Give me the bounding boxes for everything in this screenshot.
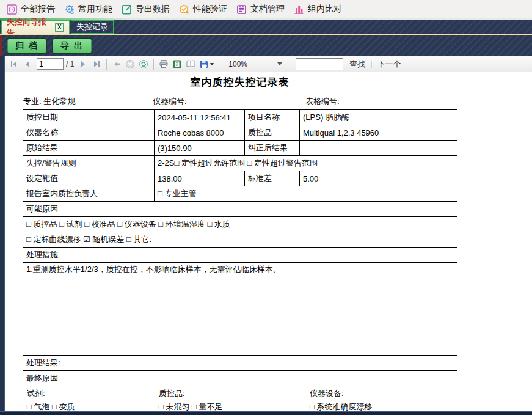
table-row: 仪器名称 Roche cobas 8000 质控品 Multiqual 1,2,… bbox=[23, 125, 457, 141]
possible-cause-checkboxes: □ 质控品 □ 试剂 □ 校准品 □ 仪器设备 □ 环境温湿度 □ 水质 bbox=[23, 217, 457, 232]
report-clock-icon bbox=[6, 4, 18, 15]
export-save-button[interactable] bbox=[197, 57, 216, 71]
table-row: 报告室内质控负责人 □ 专业主管 bbox=[23, 186, 457, 202]
handling-measures-cell: 1.重测质控水平1/2/3，质控在控，不影响临床样本，无需评估临床样本。 bbox=[23, 263, 457, 356]
page-setup-button[interactable] bbox=[184, 57, 197, 71]
page-count-label: / 1 bbox=[66, 60, 74, 68]
table-row: □ 质控品 □ 试剂 □ 校准品 □ 仪器设备 □ 环境温湿度 □ 水质 bbox=[23, 217, 457, 232]
find-next-button[interactable]: 下一个 bbox=[377, 59, 401, 70]
table-cell: 报告室内质控负责人 bbox=[23, 186, 155, 202]
table-cell: Multiqual 1,2,3 45960 bbox=[300, 125, 457, 141]
possible-cause-checkboxes: □ 定标曲线漂移 ☑ 随机误差 □ 其它: bbox=[23, 232, 457, 248]
export-icon bbox=[121, 4, 133, 15]
zoom-select[interactable]: 100% bbox=[226, 58, 285, 70]
toolbar-separator bbox=[153, 59, 154, 70]
report-title: 室内质控失控记录表 bbox=[23, 75, 457, 89]
find-input[interactable] bbox=[296, 58, 343, 70]
table-cell: 处理措施 bbox=[23, 248, 457, 263]
table-row: 最终原因 bbox=[23, 371, 457, 386]
close-icon[interactable]: X bbox=[55, 23, 64, 32]
table-row: 设定靶值 138.00 标准差 5.00 bbox=[23, 171, 457, 186]
menu-item-all-reports[interactable]: 全部报告 bbox=[4, 2, 60, 17]
table-cell: (LPS) 脂肪酶 bbox=[300, 110, 457, 125]
meta-instrument-no: 仪器编号: bbox=[153, 96, 187, 107]
table-row: 处理措施 bbox=[23, 248, 457, 263]
table-cell: Roche cobas 8000 bbox=[155, 125, 245, 141]
table-row: □ 定标曲线漂移 ☑ 随机误差 □ 其它: bbox=[23, 232, 457, 248]
window-edge bbox=[0, 35, 2, 56]
table-cell: 项目名称 bbox=[245, 110, 300, 125]
find-button[interactable]: 查找 bbox=[349, 59, 365, 70]
last-page-button[interactable] bbox=[90, 57, 103, 71]
table-cell: 原始结果 bbox=[23, 141, 155, 156]
viewer-left-edge bbox=[0, 56, 5, 415]
menu-item-document-management[interactable]: 文档管理 bbox=[233, 2, 290, 17]
menu-item-label: 文档管理 bbox=[250, 4, 285, 15]
toolbar-separator bbox=[106, 59, 107, 70]
report-meta-row: 专业: 生化常规 仪器编号: 表格编号: bbox=[23, 96, 457, 106]
cancel-button[interactable] bbox=[123, 57, 137, 71]
table-cell: 138.00 bbox=[155, 171, 245, 186]
menu-item-group-comparison[interactable]: 组内比对 bbox=[291, 2, 347, 17]
chevron-down-icon bbox=[210, 63, 214, 65]
gear-icon bbox=[64, 4, 75, 15]
table-row: 可能原因 bbox=[23, 202, 457, 217]
back-button[interactable] bbox=[110, 57, 123, 71]
action-bar: 归 档 导 出 bbox=[0, 35, 532, 56]
table-cell: 标准差 bbox=[245, 171, 300, 186]
table-cell: 最终原因 bbox=[23, 371, 457, 386]
table-row: 试剂: 质控品: 仪器设备: □ 气泡 □ 变质 □ 未混匀 □ 量不足 □ 系… bbox=[23, 386, 457, 414]
check-circle-icon bbox=[178, 4, 190, 15]
archive-button[interactable]: 归 档 bbox=[7, 39, 46, 53]
table-cell: □ 专业主管 bbox=[155, 186, 457, 202]
table-cell: 质控日期 bbox=[23, 110, 155, 125]
menu-item-common-functions[interactable]: 常用功能 bbox=[61, 2, 117, 17]
next-page-button[interactable] bbox=[76, 57, 90, 71]
page-number-input[interactable] bbox=[37, 58, 64, 70]
export-button[interactable]: 导 出 bbox=[53, 39, 92, 53]
tab-outofcontrol-wizard-report[interactable]: 失控向导报告 X bbox=[1, 20, 70, 34]
zoom-value: 100% bbox=[228, 60, 247, 68]
print-layout-button[interactable] bbox=[170, 57, 184, 71]
table-cell: 2024-05-11 12:56:41 bbox=[155, 110, 245, 125]
footer-col-title: 质控品: bbox=[155, 386, 306, 400]
viewer-bottom-edge bbox=[0, 411, 532, 415]
tab-outofcontrol-record[interactable]: 失控记录 bbox=[71, 20, 114, 34]
table-cell: 设定靶值 bbox=[23, 171, 155, 186]
first-page-button[interactable] bbox=[7, 57, 21, 71]
menu-item-label: 全部报告 bbox=[21, 4, 55, 15]
document-icon bbox=[236, 4, 247, 15]
chevron-down-icon bbox=[277, 62, 282, 65]
find-separator: | bbox=[370, 60, 372, 68]
table-cell: 纠正后结果 bbox=[245, 141, 300, 156]
print-button[interactable] bbox=[157, 57, 170, 71]
meta-specialty: 专业: 生化常规 bbox=[23, 96, 75, 107]
table-cell: 质控品 bbox=[245, 125, 300, 141]
menu-item-export-data[interactable]: 导出数据 bbox=[118, 2, 175, 17]
table-row: 失控/警告规则 2-2S□ 定性超过允许范围 □ 定性超过警告范围 bbox=[23, 156, 457, 171]
footer-col-title: 试剂: bbox=[23, 386, 155, 400]
table-row: 质控日期 2024-05-11 12:56:41 项目名称 (LPS) 脂肪酶 bbox=[23, 110, 457, 125]
table-cell: 仪器名称 bbox=[23, 125, 155, 141]
report-viewer: / 1 100% bbox=[0, 56, 532, 415]
table-cell: 2-2S□ 定性超过允许范围 □ 定性超过警告范围 bbox=[155, 156, 457, 171]
table-row: 1.重测质控水平1/2/3，质控在控，不影响临床样本，无需评估临床样本。 bbox=[23, 263, 457, 356]
tab-strip: 失控向导报告 X 失控记录 bbox=[0, 18, 532, 34]
refresh-button[interactable] bbox=[137, 57, 150, 71]
table-cell: 5.00 bbox=[300, 171, 457, 186]
bar-chart-icon bbox=[293, 4, 305, 15]
table-cell: 处理结果: bbox=[23, 356, 457, 371]
footer-col-title: 仪器设备: bbox=[306, 386, 457, 400]
tab-label: 失控向导报告 bbox=[7, 18, 51, 34]
tab-label: 失控记录 bbox=[76, 21, 108, 32]
qc-record-table: 质控日期 2024-05-11 12:56:41 项目名称 (LPS) 脂肪酶 … bbox=[23, 109, 457, 414]
menu-item-performance-verification[interactable]: 性能验证 bbox=[176, 2, 232, 17]
top-menu-bar: 全部报告 常用功能 导出数据 性能验证 文档管理 组内比对 bbox=[0, 0, 532, 18]
menu-item-label: 常用功能 bbox=[78, 4, 112, 15]
prev-page-button[interactable] bbox=[21, 57, 34, 71]
menu-item-label: 导出数据 bbox=[136, 4, 170, 15]
report-page: 室内质控失控记录表 专业: 生化常规 仪器编号: 表格编号: 质控日期 2024… bbox=[5, 73, 532, 415]
viewer-toolbar: / 1 100% bbox=[5, 56, 532, 72]
toolbar-separator bbox=[219, 59, 219, 70]
menu-item-label: 组内比对 bbox=[308, 4, 342, 15]
